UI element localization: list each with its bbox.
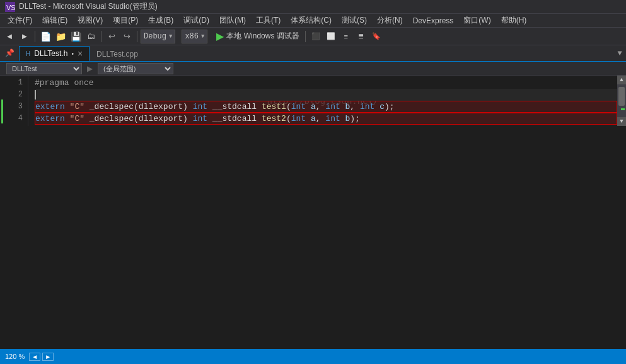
code-line-3: extern "C" _declspec(dllexport) int __st… (35, 101, 617, 113)
save-all-button[interactable]: 🗂 (84, 30, 98, 43)
toolbar-extra-2[interactable]: ⬜ (324, 30, 338, 43)
scroll-annotation-green (621, 108, 625, 110)
menu-tools[interactable]: 工具(T) (251, 14, 286, 27)
func-4: test2 (262, 113, 286, 125)
menu-build[interactable]: 生成(B) (143, 14, 178, 27)
menu-debug[interactable]: 调试(D) (178, 14, 214, 27)
menu-bar: 文件(F) 编辑(E) 视图(V) 项目(P) 生成(B) 调试(D) 团队(M… (0, 14, 626, 28)
param-a-3: a (306, 101, 316, 113)
code-line-2[interactable] (35, 89, 617, 101)
forward-button[interactable]: ► (18, 30, 32, 43)
editor-area: 1 2 3 4 http://blog.csdn.net/ #pragma on… (0, 76, 626, 126)
toolbar-extra-5[interactable]: 🔖 (369, 30, 383, 43)
platform-dropdown[interactable]: x86 ▼ (182, 30, 207, 43)
paren-open-4: ( (286, 113, 291, 125)
toolbar-extra-3[interactable]: ≡ (339, 30, 353, 43)
func-3: test1 (262, 101, 286, 113)
breadcrumb-separator: ▶ (87, 64, 93, 73)
text-cursor (35, 90, 36, 100)
breadcrumb-bar: DLLTest ▶ (全局范围) (0, 62, 626, 76)
code-line-1: #pragma once (35, 77, 617, 89)
param-b-4: b (340, 113, 351, 125)
stdcall-3: __stdcall (207, 101, 262, 113)
scrollbar-track[interactable] (617, 84, 626, 117)
once-kw: once (74, 77, 93, 89)
code-editor[interactable]: http://blog.csdn.net/ #pragma once exter… (28, 76, 617, 126)
green-indicator (1, 100, 3, 123)
status-left: 120 % ◄ ► (5, 353, 54, 361)
config-dropdown[interactable]: Debug ▼ (141, 30, 175, 43)
toolbar-extra-4[interactable]: ≣ (354, 30, 368, 43)
menu-devexpress[interactable]: DevExpress (408, 15, 459, 26)
zoom-scroll-left[interactable]: ◄ (29, 353, 40, 361)
comma-1-4: , (316, 113, 326, 125)
menu-window[interactable]: 窗口(W) (458, 14, 496, 27)
param-b-3: b (340, 101, 351, 113)
vs-logo: VS (5, 2, 15, 12)
extern-kw-3: extern (35, 101, 70, 113)
separator-3 (137, 31, 137, 42)
declspec-3: _declspec(dllexport) (84, 101, 193, 113)
menu-architecture[interactable]: 体系结构(C) (286, 14, 337, 27)
tab-modified-dot: • (71, 50, 74, 57)
tab-close-dlltest-h[interactable]: × (78, 48, 83, 59)
tab-bar: 📌 H DLLTest.h • × DLLTest.cpp ▼ (0, 45, 626, 62)
menu-team[interactable]: 团队(M) (214, 14, 251, 27)
tab-dlltest-cpp[interactable]: DLLTest.cpp (90, 46, 145, 61)
menu-test[interactable]: 测试(S) (337, 14, 372, 27)
c-str-3: "C" (70, 101, 84, 113)
scroll-down-button[interactable]: ▼ (617, 117, 626, 126)
int-a-kw-4: int (291, 113, 306, 125)
title-bar: VS DLLTest - Microsoft Visual Studio(管理员… (0, 0, 626, 14)
code-line-4: extern "C" _declspec(dllexport) int __st… (35, 113, 617, 125)
extern-kw-4: extern (35, 113, 70, 125)
tab-dlltest-h[interactable]: H DLLTest.h • × (19, 46, 90, 61)
breadcrumb-scope-select[interactable]: DLLTest (6, 63, 82, 74)
svg-text:VS: VS (6, 4, 15, 11)
int-c-kw-3: int (360, 101, 374, 113)
tab-scroll-right[interactable]: ▼ (613, 45, 626, 61)
menu-analyze[interactable]: 分析(N) (372, 14, 408, 27)
menu-view[interactable]: 视图(V) (72, 14, 108, 27)
breadcrumb-context-select[interactable]: (全局范围) (98, 63, 173, 74)
toolbar-extra-1[interactable]: ⬛ (309, 30, 323, 43)
int-b-kw-3: int (325, 101, 340, 113)
zoom-scroll-right[interactable]: ► (42, 353, 54, 361)
tab-bar-icon: 📌 (0, 45, 19, 61)
pragma-kw: #pragma (35, 77, 74, 89)
run-button[interactable]: ▶ 本地 Windows 调试器 (214, 30, 301, 42)
status-bar: 120 % ◄ ► (0, 349, 626, 364)
c-str-4: "C" (70, 113, 84, 125)
paren-close-4: ); (350, 113, 360, 125)
menu-edit[interactable]: 编辑(E) (37, 14, 72, 27)
comma-1-3: , (316, 101, 326, 113)
separator-2 (101, 31, 101, 42)
int-b-kw-4: int (325, 113, 340, 125)
separator-4 (305, 31, 306, 42)
line-num-3: 3 (3, 101, 23, 113)
param-a-4: a (306, 113, 316, 125)
undo-button[interactable]: ↩ (105, 30, 119, 43)
open-file-button[interactable]: 📁 (54, 30, 67, 43)
toolbar: ◄ ► 📄 📁 💾 🗂 ↩ ↪ Debug ▼ x86 ▼ ▶ 本地 Windo… (0, 28, 626, 45)
redo-button[interactable]: ↪ (120, 30, 134, 43)
indicator-strip (0, 76, 3, 126)
line-num-4: 4 (3, 113, 23, 125)
new-file-button[interactable]: 📄 (38, 30, 52, 43)
int-kw-4: int (193, 113, 207, 125)
scroll-up-button[interactable]: ▲ (617, 76, 626, 84)
platform-dropdown-arrow: ▼ (201, 33, 204, 40)
comma-2-3: , (350, 101, 360, 113)
menu-help[interactable]: 帮助(H) (496, 14, 532, 27)
int-a-kw-3: int (291, 101, 306, 113)
menu-project[interactable]: 项目(P) (108, 14, 143, 27)
title-text: DLLTest - Microsoft Visual Studio(管理员) (19, 1, 158, 12)
save-button[interactable]: 💾 (69, 30, 83, 43)
line-num-1: 1 (3, 77, 23, 89)
scrollbar-thumb[interactable] (618, 87, 625, 106)
back-button[interactable]: ◄ (3, 30, 16, 43)
int-kw-3: int (193, 101, 207, 113)
menu-file[interactable]: 文件(F) (3, 14, 37, 27)
stdcall-4: __stdcall (207, 113, 262, 125)
line-num-2: 2 (3, 89, 23, 101)
